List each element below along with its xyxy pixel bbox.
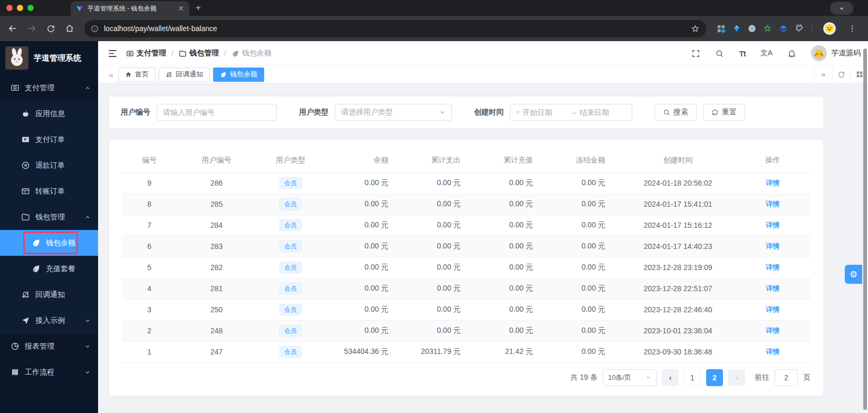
user-avatar — [811, 45, 827, 61]
detail-link[interactable]: 详情 — [766, 179, 779, 187]
vite-favicon — [76, 5, 83, 12]
create-time-range-picker[interactable]: – — [510, 104, 632, 121]
minimize-window-button[interactable] — [17, 5, 23, 11]
home-icon[interactable] — [61, 20, 78, 37]
sidebar-item-access-example[interactable]: 接入示例 — [0, 308, 98, 333]
refresh-icon[interactable] — [832, 66, 850, 83]
tab-overflow-button[interactable] — [830, 2, 853, 15]
breadcrumb-pay-management[interactable]: 支付管理 — [126, 49, 166, 58]
close-window-button[interactable] — [6, 5, 13, 11]
extensions-puzzle-icon[interactable] — [795, 24, 804, 33]
browser-profile-avatar[interactable] — [823, 22, 836, 35]
sidebar-item-wallet-management[interactable]: 钱包管理 — [0, 204, 98, 230]
user-menu[interactable]: 芋道源码 — [811, 45, 861, 61]
sidebar-item-transfer-order[interactable]: 转账订单 — [0, 178, 98, 204]
reload-icon[interactable] — [42, 20, 59, 37]
language-icon[interactable]: 文A — [760, 49, 773, 58]
site-info-icon[interactable] — [91, 25, 99, 33]
prev-page-button[interactable]: ‹ — [662, 369, 679, 386]
extension-circle-icon[interactable] — [748, 24, 756, 33]
detail-link[interactable]: 详情 — [766, 221, 779, 229]
cell-user_no: 286 — [177, 172, 256, 194]
sidebar-item-refund-order[interactable]: R 退款订单 — [0, 152, 98, 178]
user-name: 芋道源码 — [831, 49, 861, 58]
page-button-1[interactable]: 1 — [684, 369, 701, 386]
detail-link[interactable]: 详情 — [766, 348, 779, 356]
new-tab-button[interactable]: + — [196, 3, 201, 13]
browser-tab[interactable]: 芋道管理系统 - 钱包余额 ✕ — [71, 1, 189, 16]
user-type-select[interactable]: 请选择用户类型 — [335, 104, 452, 121]
forward-icon[interactable] — [23, 20, 40, 37]
tab-close-icon[interactable]: ✕ — [178, 5, 184, 12]
window-scrollbar[interactable] — [863, 49, 867, 410]
breadcrumb-separator: / — [171, 49, 173, 57]
cell-action: 详情 — [735, 172, 811, 194]
url-text[interactable]: localhost/pay/wallet/wallet-balance — [104, 24, 686, 33]
settings-fab[interactable]: ⚙ — [845, 265, 862, 284]
detail-link[interactable]: 详情 — [766, 242, 779, 250]
pagination-total: 共 19 条 — [571, 373, 597, 382]
cell-created: 2023-12-28 22:51:07 — [621, 278, 735, 299]
sidebar-item-label: 钱包管理 — [35, 213, 79, 222]
cell-action: 详情 — [735, 278, 811, 299]
user-no-field[interactable] — [157, 104, 277, 121]
sidebar-item-wallet-balance[interactable]: 钱包余额 — [0, 230, 98, 256]
sidebar-item-label: 报表管理 — [25, 342, 79, 351]
cell-created: 2023-10-01 23:36:04 — [621, 320, 735, 341]
search-button[interactable]: 搜索 — [654, 104, 697, 121]
detail-link[interactable]: 详情 — [766, 200, 779, 208]
detail-link[interactable]: 详情 — [766, 326, 779, 334]
layers-extension-icon[interactable] — [779, 24, 788, 33]
date-end-input[interactable] — [580, 108, 626, 117]
bookmark-star-icon[interactable] — [691, 24, 700, 33]
detail-link[interactable]: 详情 — [766, 305, 779, 313]
sidebar-item-callback-notify[interactable]: 回调通知 — [0, 282, 98, 308]
user-no-input[interactable] — [163, 108, 271, 117]
cell-user_no: 282 — [177, 257, 256, 278]
pinia-star-icon[interactable] — [763, 24, 772, 33]
extension-grid-icon[interactable] — [717, 24, 726, 33]
collapse-menu-icon[interactable] — [108, 49, 118, 59]
sidebar-item-recharge-package[interactable]: 充值套餐 — [0, 256, 98, 282]
cell-frozen: 0.00 元 — [549, 320, 621, 341]
sidebar-item-label: 转账订单 — [35, 187, 91, 196]
cell-created: 2024-01-17 15:41:01 — [621, 194, 735, 215]
fullscreen-icon[interactable] — [691, 49, 700, 58]
pie-chart-icon — [11, 342, 20, 351]
reset-button[interactable]: 重置 — [703, 104, 745, 121]
sidebar-item-workflow[interactable]: 工作流程 — [0, 359, 98, 385]
back-icon[interactable] — [4, 20, 21, 37]
detail-link[interactable]: 详情 — [766, 263, 779, 271]
browser-tabstrip: 芋道管理系统 - 钱包余额 ✕ + — [0, 0, 868, 16]
cell-user-type: 会员 — [256, 299, 325, 320]
view-tab-wallet-balance[interactable]: 钱包余额 — [213, 68, 264, 82]
cell-balance: 0.00 元 — [325, 278, 404, 299]
app-logo-row[interactable]: 芋道管理系统 — [0, 41, 98, 75]
search-icon[interactable] — [715, 49, 724, 58]
sidebar-item-app-info[interactable]: 应用信息 — [0, 101, 98, 127]
page-button-2[interactable]: 2 — [706, 369, 723, 386]
detail-link[interactable]: 详情 — [766, 284, 779, 292]
cell-frozen: 0.00 元 — [549, 172, 621, 194]
browser-menu-icon[interactable] — [846, 24, 859, 33]
page-size-select[interactable]: 10条/页 — [603, 369, 657, 386]
tabs-scroll-left-icon[interactable]: « — [104, 70, 118, 79]
date-start-input[interactable] — [523, 108, 569, 117]
notification-bell-icon[interactable] — [787, 49, 796, 58]
view-tab-home[interactable]: 首页 — [118, 68, 156, 82]
cell-user-type: 会员 — [256, 172, 325, 194]
view-tab-callback-notify[interactable]: 回调通知 — [159, 68, 210, 82]
breadcrumb-wallet-management[interactable]: 钱包管理 — [179, 49, 219, 58]
sidebar-item-report-management[interactable]: 报表管理 — [0, 333, 98, 359]
cell-id: 7 — [122, 215, 177, 236]
url-bar[interactable]: localhost/pay/wallet/wallet-balance — [84, 20, 706, 37]
zoom-window-button[interactable] — [27, 5, 34, 11]
font-size-icon[interactable]: Tt — [739, 49, 745, 58]
vue-devtools-icon[interactable] — [732, 24, 741, 33]
goto-page-input[interactable] — [775, 369, 798, 386]
sidebar-item-pay-order[interactable]: P 支付订单 — [0, 127, 98, 152]
sidebar-item-pay-management[interactable]: 支付管理 — [0, 75, 98, 101]
next-page-button[interactable]: › — [728, 369, 745, 386]
tabs-scroll-right-icon[interactable]: » — [814, 66, 832, 83]
cell-user-type: 会员 — [256, 194, 325, 215]
